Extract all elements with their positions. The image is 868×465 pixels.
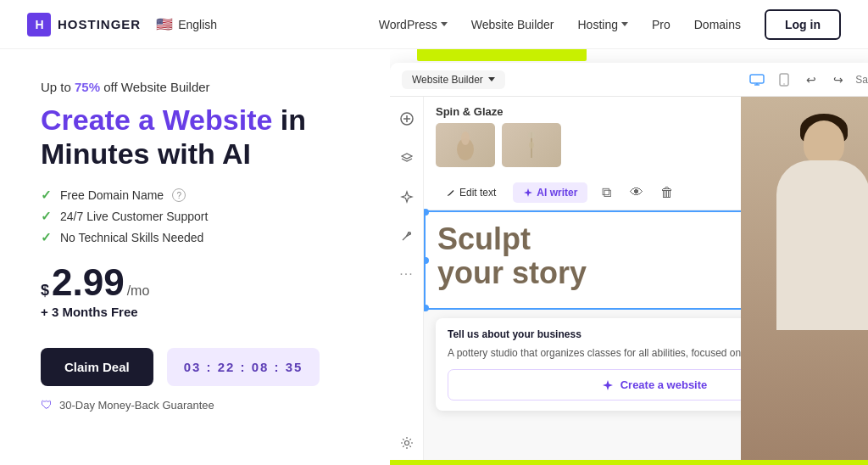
svg-point-9 <box>404 441 409 445</box>
ai-writer-label: AI writer <box>537 187 577 199</box>
nav-label-website-builder: Website Builder <box>471 18 554 31</box>
chevron-down-icon <box>441 22 448 26</box>
builder-toolbar-right: ↩ ↪ Sav <box>747 70 868 90</box>
navbar: H HOSTINGER 🇺🇸 English WordPress Website… <box>0 0 868 49</box>
resize-handle-ml[interactable] <box>424 257 429 264</box>
feature-item-skills: ✓ No Technical Skills Needed <box>41 230 363 245</box>
right-panel: Website Builder <box>390 49 868 465</box>
thumb-inner-1 <box>436 123 495 167</box>
undo-icon[interactable]: ↩ <box>801 70 821 90</box>
free-months-label: + 3 Months Free <box>41 305 363 319</box>
check-icon: ✓ <box>41 230 52 245</box>
navbar-left: H HOSTINGER 🇺🇸 English <box>27 13 217 36</box>
preview-icon[interactable]: 👁 <box>625 181 648 204</box>
green-accent-bar <box>417 49 587 61</box>
language-label: English <box>178 18 217 31</box>
countdown-timer: 03 : 22 : 08 : 35 <box>167 348 320 386</box>
headline: Create a Website in Minutes with AI <box>41 103 363 171</box>
person-head <box>804 120 844 165</box>
left-panel: Up to 75% off Website Builder Create a W… <box>0 49 390 465</box>
edit-text-label: Edit text <box>459 187 496 199</box>
settings-tool[interactable] <box>395 431 419 455</box>
flag-icon: 🇺🇸 <box>156 16 173 32</box>
price-period: /mo <box>127 283 150 299</box>
nav-label-wordpress: WordPress <box>379 18 437 31</box>
resize-handle-bl[interactable] <box>424 305 429 311</box>
brand-name: HOSTINGER <box>58 17 141 31</box>
thumb-inner-2 <box>502 123 561 167</box>
svg-point-13 <box>528 132 535 138</box>
person-placeholder <box>741 97 868 465</box>
builder-tab[interactable]: Website Builder <box>402 70 505 89</box>
info-icon[interactable]: ? <box>172 188 186 202</box>
bottom-lime-bar <box>390 460 868 465</box>
headline-colored: Create a Website <box>41 104 272 136</box>
feature-item-support: ✓ 24/7 Live Customer Support <box>41 209 363 224</box>
nav-item-website-builder[interactable]: Website Builder <box>471 18 554 31</box>
promo-text: Up to 75% off Website Builder <box>41 80 363 94</box>
create-website-label: Create a website <box>620 378 708 391</box>
nav-item-wordpress[interactable]: WordPress <box>379 18 448 31</box>
delete-icon[interactable]: 🗑 <box>655 181 679 204</box>
nav-label-pro: Pro <box>652 18 670 31</box>
builder-canvas: Spin & Glaze <box>424 97 868 465</box>
nav-item-domains[interactable]: Domains <box>694 18 741 31</box>
claim-deal-button[interactable]: Claim Deal <box>41 348 153 386</box>
resize-handle-tl[interactable] <box>424 209 429 216</box>
check-icon: ✓ <box>41 209 52 224</box>
builder-topbar: Website Builder <box>390 63 868 97</box>
navbar-nav: WordPress Website Builder Hosting Pro Do… <box>379 9 841 40</box>
nav-item-pro[interactable]: Pro <box>652 18 670 31</box>
svg-point-14 <box>529 142 534 148</box>
canvas-inner: Spin & Glaze <box>424 97 868 465</box>
svg-point-4 <box>784 83 786 85</box>
nav-label-domains: Domains <box>694 18 741 31</box>
mobile-view-icon[interactable] <box>774 70 794 90</box>
logo-area[interactable]: H HOSTINGER <box>27 13 141 36</box>
builder-body: ··· Spin & Glaze <box>390 97 868 465</box>
guarantee-line: 🛡 30-Day Money-Back Guarantee <box>41 398 363 412</box>
chevron-down-icon <box>621 22 628 26</box>
layers-tool[interactable] <box>395 146 419 170</box>
currency-symbol: $ <box>41 282 49 300</box>
nav-item-hosting[interactable]: Hosting <box>577 18 627 31</box>
login-button[interactable]: Log in <box>765 9 841 40</box>
edit-text-button[interactable]: Edit text <box>436 182 506 203</box>
redo-icon[interactable]: ↪ <box>828 70 849 90</box>
feature-item-domain: ✓ Free Domain Name ? <box>41 188 363 203</box>
shield-icon: 🛡 <box>41 398 53 412</box>
feature-text-support: 24/7 Live Customer Support <box>60 210 208 223</box>
design-tool[interactable] <box>395 224 419 248</box>
builder-window: Website Builder <box>390 63 868 465</box>
desktop-view-icon[interactable] <box>747 70 767 90</box>
thumbnail-1[interactable] <box>436 123 495 167</box>
features-list: ✓ Free Domain Name ? ✓ 24/7 Live Custome… <box>41 188 363 245</box>
main-content: Up to 75% off Website Builder Create a W… <box>0 49 868 465</box>
person-image <box>741 97 868 465</box>
price-line: $ 2.99 /mo <box>41 264 363 301</box>
person-body <box>776 160 868 330</box>
pricing-area: $ 2.99 /mo + 3 Months Free <box>41 264 363 334</box>
feature-text-skills: No Technical Skills Needed <box>60 231 203 244</box>
svg-point-11 <box>461 132 470 145</box>
site-name: Spin & Glaze <box>436 105 503 118</box>
cta-row: Claim Deal 03 : 22 : 08 : 35 <box>41 348 363 386</box>
price-value: 2.99 <box>52 264 125 301</box>
ai-tool[interactable] <box>395 185 419 209</box>
feature-text-domain: Free Domain Name <box>60 188 164 202</box>
builder-sidebar: ··· <box>390 97 424 465</box>
guarantee-text: 30-Day Money-Back Guarantee <box>59 399 214 412</box>
duplicate-icon[interactable]: ⧉ <box>594 181 618 204</box>
more-tools-indicator: ··· <box>399 266 413 282</box>
logo-icon: H <box>27 13 51 36</box>
ai-writer-button[interactable]: AI writer <box>513 182 587 203</box>
promo-percent: 75% <box>75 80 100 94</box>
chevron-down-icon <box>488 77 495 81</box>
add-element-tool[interactable] <box>395 107 419 131</box>
nav-label-hosting: Hosting <box>577 18 617 31</box>
check-icon: ✓ <box>41 188 52 203</box>
thumbnail-2[interactable] <box>502 123 561 167</box>
builder-tab-label: Website Builder <box>412 74 483 86</box>
save-label[interactable]: Sav <box>855 74 868 86</box>
language-selector[interactable]: 🇺🇸 English <box>156 16 217 32</box>
